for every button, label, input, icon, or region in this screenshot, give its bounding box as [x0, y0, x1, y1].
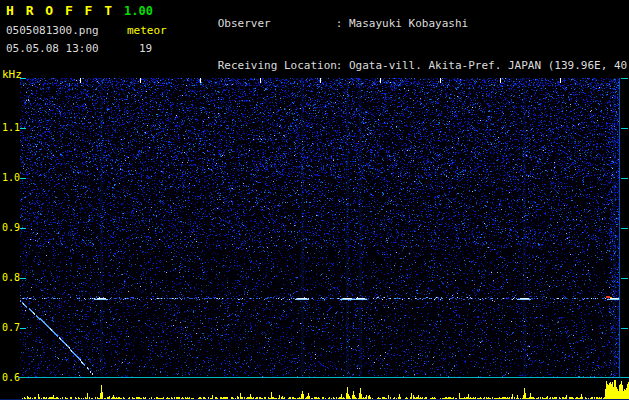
freq-tick-right: [621, 228, 628, 229]
freq-tick-right: [621, 328, 628, 329]
mode-label: meteor: [127, 24, 167, 37]
info-value: : Ogata-vill. Akita-Pref. JAPAN (139.96E…: [336, 59, 629, 72]
info-value: : Masayuki Kobayashi: [336, 17, 468, 30]
echo-count: 19: [139, 42, 152, 55]
app-version: 1.00: [124, 4, 153, 18]
observation-datetime: 05.05.08 13:00: [6, 42, 99, 55]
freq-axis-unit: kHz: [2, 68, 22, 81]
info-label: Observer: [218, 17, 336, 31]
app-title: H R O F F T: [6, 3, 114, 18]
freq-tick-right: [621, 78, 628, 79]
info-label: Receiving Location: [218, 59, 336, 73]
freq-tick-right: [621, 178, 628, 179]
info-row-observer: Observer: Masayuki Kobayashi: [178, 3, 629, 45]
freq-tick-right: [621, 278, 628, 279]
spectrogram-plot: [20, 78, 620, 378]
output-filename: 0505081300.png: [6, 24, 99, 37]
freq-tick-right: [621, 128, 628, 129]
hrofft-screen: H R O F F T 1.00 0505081300.png meteor 0…: [0, 0, 629, 400]
amplitude-strip: [20, 378, 629, 400]
